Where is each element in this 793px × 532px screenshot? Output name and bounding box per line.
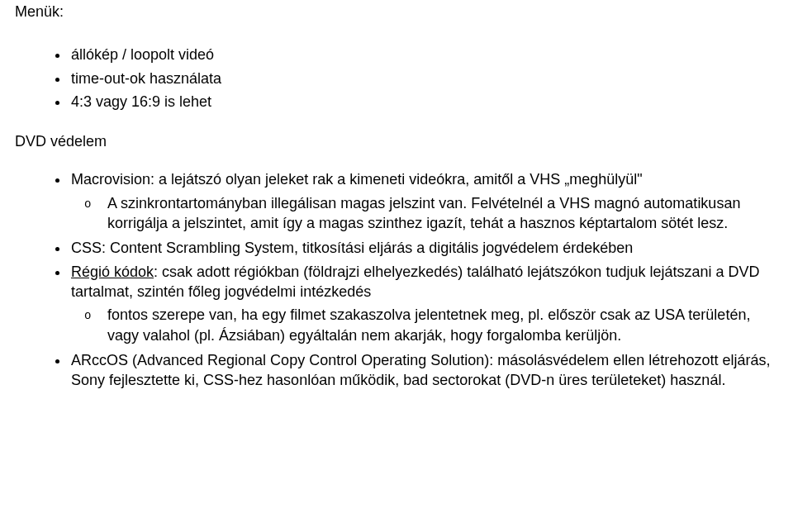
heading-menuk: Menük: bbox=[15, 2, 778, 21]
list-item: ARccOS (Advanced Regional Copy Control O… bbox=[69, 350, 778, 391]
list-item: állókép / loopolt videó bbox=[69, 45, 778, 64]
underlined-text: Régió kódok bbox=[71, 264, 154, 280]
list-menuk: állókép / loopolt videó time-out-ok hasz… bbox=[15, 45, 778, 112]
sublist-item: A szinkrontartományban illegálisan magas… bbox=[107, 193, 778, 234]
sublist: A szinkrontartományban illegálisan magas… bbox=[71, 193, 778, 234]
list-item-text: : csak adott régiókban (földrajzi elhely… bbox=[71, 264, 759, 300]
list-item: 4:3 vagy 16:9 is lehet bbox=[69, 92, 778, 112]
sublist-item: fontos szerepe van, ha egy filmet szakas… bbox=[107, 305, 778, 345]
list-item: Régió kódok: csak adott régiókban (földr… bbox=[69, 262, 778, 345]
list-dvd-vedelem: Macrovision: a lejátszó olyan jeleket ra… bbox=[15, 169, 778, 390]
list-item: Macrovision: a lejátszó olyan jeleket ra… bbox=[69, 169, 778, 233]
list-item: time-out-ok használata bbox=[69, 69, 778, 88]
heading-dvd-vedelem: DVD védelem bbox=[15, 131, 778, 151]
sublist: fontos szerepe van, ha egy filmet szakas… bbox=[71, 305, 778, 345]
document-page: Menük: állókép / loopolt videó time-out-… bbox=[0, 0, 793, 425]
list-item: CSS: Content Scrambling System, titkosít… bbox=[69, 238, 778, 258]
list-item-text: Macrovision: a lejátszó olyan jeleket ra… bbox=[71, 171, 643, 188]
